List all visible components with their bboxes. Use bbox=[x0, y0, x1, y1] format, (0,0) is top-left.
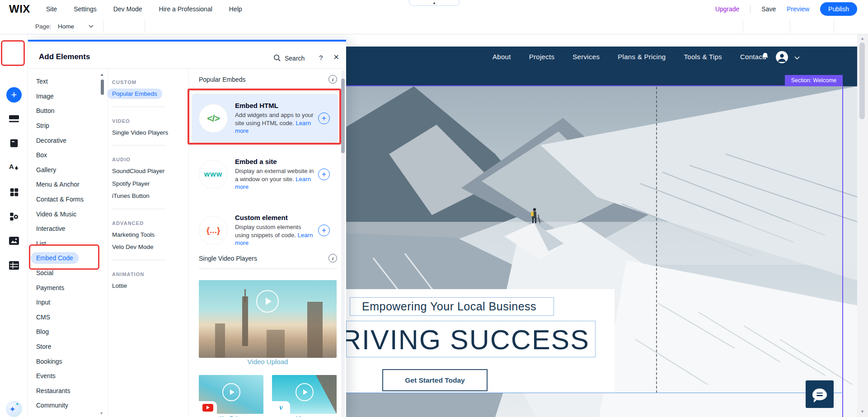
subcategory-item[interactable]: Lottie bbox=[112, 280, 181, 292]
topbar-menu-item[interactable]: Dev Mode bbox=[113, 5, 142, 13]
subcategory-item[interactable]: Popular Embeds bbox=[112, 88, 181, 100]
wix-logo[interactable]: WIX bbox=[9, 3, 30, 15]
add-element-button[interactable]: + bbox=[318, 112, 330, 124]
subcategory-item[interactable]: AUDIO bbox=[112, 151, 181, 165]
installed-apps-icon[interactable] bbox=[9, 211, 19, 222]
category-item[interactable]: Payments bbox=[28, 280, 103, 295]
embed-card-icon: www bbox=[199, 160, 228, 189]
ai-assistant-icon[interactable]: ✦✦ bbox=[6, 401, 22, 417]
topbar-menu-item[interactable]: Settings bbox=[74, 5, 97, 13]
add-element-button[interactable]: + bbox=[318, 169, 330, 180]
category-item[interactable]: Strip bbox=[28, 118, 103, 133]
topbar-menu-item[interactable]: Help bbox=[229, 5, 242, 13]
category-item[interactable]: Restaurants bbox=[28, 383, 103, 398]
subcategory-item[interactable]: Spotify Player bbox=[112, 178, 181, 190]
embed-card[interactable]: </> Embed HTML Add widgets and apps to y… bbox=[192, 94, 338, 143]
topbar-menu-item[interactable]: Hire a Professional bbox=[159, 5, 212, 13]
media-icon[interactable] bbox=[9, 235, 19, 246]
subcategory-item[interactable]: ANIMATION bbox=[112, 266, 181, 280]
category-item[interactable]: Decorative bbox=[28, 133, 103, 148]
category-item[interactable]: Video & Music bbox=[28, 206, 103, 221]
app-market-icon[interactable] bbox=[9, 187, 19, 197]
scrollbar-thumb[interactable] bbox=[859, 42, 865, 119]
subcategory-item[interactable]: VIDEO bbox=[112, 113, 181, 127]
subcategory-item[interactable] bbox=[112, 253, 181, 266]
subcategory-item[interactable]: Velo Dev Mode bbox=[112, 241, 181, 253]
subcategory-item[interactable]: Single Video Players bbox=[112, 127, 181, 139]
category-item[interactable]: Social bbox=[28, 266, 103, 281]
category-item[interactable]: Interactive bbox=[28, 221, 103, 236]
site-nav-link[interactable]: Plans & Pricing bbox=[618, 53, 666, 61]
collapse-topbar-toggle[interactable]: ▲ bbox=[409, 0, 460, 6]
bell-icon[interactable] bbox=[761, 52, 769, 62]
subcategory-item[interactable]: Marketing Tools bbox=[112, 229, 181, 241]
scroll-up-icon[interactable]: ▲ bbox=[100, 72, 104, 77]
publish-button[interactable]: Publish bbox=[820, 2, 857, 16]
category-item[interactable]: Menu & Anchor bbox=[28, 177, 103, 192]
category-item[interactable]: Embed Code bbox=[28, 251, 103, 266]
site-nav-link[interactable]: About bbox=[493, 53, 511, 61]
page-selector[interactable]: Home bbox=[58, 23, 74, 30]
subcategory-item[interactable] bbox=[112, 100, 181, 113]
subcategory-item[interactable] bbox=[112, 202, 181, 215]
add-element-button[interactable]: + bbox=[318, 225, 330, 236]
subcategory-item[interactable]: ADVANCED bbox=[112, 215, 181, 229]
youtube-thumbnail[interactable] bbox=[199, 375, 263, 414]
video-upload-thumbnail[interactable] bbox=[199, 280, 337, 358]
hero-title-box[interactable]: RIVING SUCCESS bbox=[346, 321, 596, 357]
scroll-down-icon[interactable]: ▼ bbox=[860, 409, 864, 414]
site-nav-link[interactable]: Services bbox=[572, 53, 600, 61]
preview-button[interactable]: Preview bbox=[787, 5, 809, 13]
save-button[interactable]: Save bbox=[761, 5, 776, 13]
upgrade-link[interactable]: Upgrade bbox=[715, 5, 740, 13]
avatar[interactable] bbox=[776, 51, 788, 63]
embed-card[interactable]: www Embed a site Display an external web… bbox=[192, 150, 338, 199]
topbar-menu-item[interactable]: Site bbox=[46, 5, 57, 13]
category-item[interactable]: CMS bbox=[28, 310, 103, 325]
category-item[interactable]: Bookings bbox=[28, 354, 103, 369]
section-badge[interactable]: Section: Welcome bbox=[785, 75, 843, 86]
category-item[interactable]: Blog bbox=[28, 324, 103, 339]
category-scrollbar-thumb[interactable] bbox=[101, 80, 104, 95]
add-elements-icon[interactable]: + bbox=[6, 87, 22, 103]
help-button[interactable]: ? bbox=[319, 54, 323, 61]
subcategory-item[interactable] bbox=[112, 139, 181, 151]
category-item[interactable]: Events bbox=[28, 369, 103, 384]
close-panel-button[interactable]: × bbox=[333, 52, 339, 62]
panel-scrollbar-thumb[interactable] bbox=[341, 79, 345, 153]
category-item[interactable]: Gallery bbox=[28, 163, 103, 178]
site-nav-link[interactable]: Tools & Tips bbox=[684, 53, 722, 61]
canvas-scrollbar[interactable]: ▲ ▼ bbox=[857, 34, 868, 417]
chevron-down-icon[interactable] bbox=[89, 24, 94, 28]
category-item[interactable]: Community bbox=[28, 398, 103, 413]
subcategory-item[interactable]: SoundCloud Player bbox=[112, 165, 181, 178]
subcategory-item[interactable]: iTunes Button bbox=[112, 190, 181, 202]
pages-icon[interactable] bbox=[9, 138, 19, 149]
vimeo-thumbnail[interactable]: v bbox=[272, 375, 337, 414]
chat-widget-button[interactable] bbox=[806, 380, 834, 408]
panel-search[interactable]: Search bbox=[273, 54, 305, 62]
chevron-down-icon[interactable] bbox=[794, 53, 800, 61]
scroll-down-icon[interactable]: ▼ bbox=[99, 411, 103, 416]
add-section-icon[interactable] bbox=[9, 113, 19, 124]
category-item[interactable]: List bbox=[28, 236, 103, 251]
embed-card[interactable]: {...} Custom element Display custom elem… bbox=[192, 206, 338, 255]
category-item[interactable]: Input bbox=[28, 295, 103, 310]
info-icon[interactable]: i bbox=[328, 254, 337, 262]
category-item[interactable]: Button bbox=[28, 103, 103, 118]
site-nav-link[interactable]: Projects bbox=[529, 53, 555, 61]
info-icon[interactable]: i bbox=[328, 75, 337, 84]
add-elements-panel: Add Elements Search ? × Text Image Butto… bbox=[28, 40, 346, 417]
category-item[interactable]: Text bbox=[28, 74, 103, 89]
hero-subtitle[interactable]: Empowering Your Local Business bbox=[350, 297, 554, 316]
site-design-icon[interactable]: A bbox=[9, 162, 19, 173]
scroll-up-icon[interactable]: ▲ bbox=[860, 36, 864, 41]
category-item[interactable]: Image bbox=[28, 89, 103, 104]
category-item[interactable]: Contact & Forms bbox=[28, 192, 103, 207]
category-item[interactable]: Box bbox=[28, 148, 103, 163]
cms-icon[interactable] bbox=[9, 260, 19, 271]
subcategory-item[interactable]: CUSTOM bbox=[112, 74, 181, 88]
category-item[interactable]: Store bbox=[28, 339, 103, 354]
youtube-badge bbox=[199, 401, 217, 414]
get-started-button[interactable]: Get Started Today bbox=[382, 369, 488, 391]
